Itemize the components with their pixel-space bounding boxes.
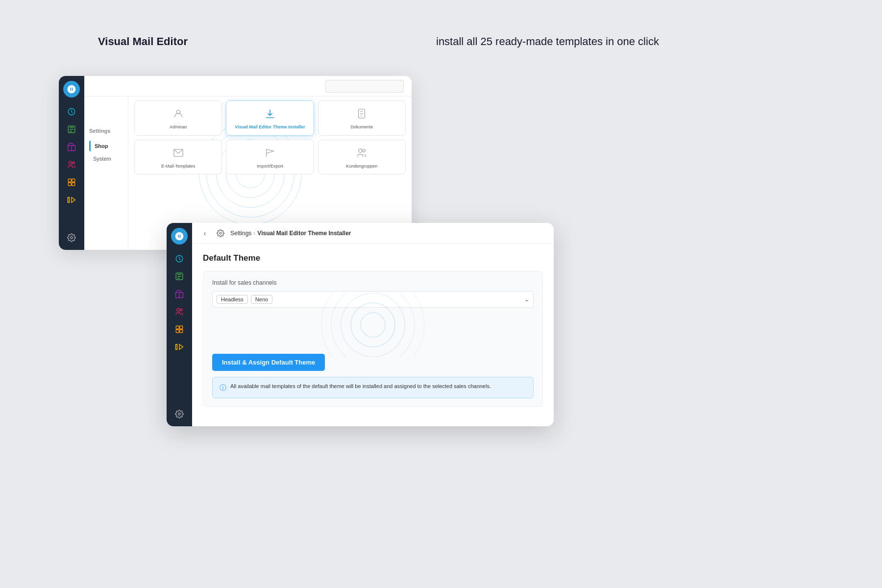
- win1-nav-content[interactable]: [64, 175, 79, 190]
- win1-nav-dashboard[interactable]: [64, 104, 79, 119]
- win2-sidebar: [167, 223, 192, 426]
- win2-logo: [171, 228, 188, 245]
- win1-card-import-label: Import/Export: [257, 164, 283, 170]
- svg-point-25: [351, 303, 395, 347]
- win2-nav-content[interactable]: [172, 322, 187, 337]
- breadcrumb-parent[interactable]: Settings: [230, 230, 251, 237]
- win1-card-adminan-label: Adminan: [170, 124, 187, 130]
- document-icon: [354, 106, 369, 122]
- win2-nav-settings[interactable]: [172, 407, 187, 421]
- win1-nav-products[interactable]: [64, 140, 79, 154]
- flag-icon: [262, 145, 278, 161]
- svg-rect-20: [176, 330, 179, 333]
- users-icon: [354, 145, 369, 161]
- win1-sidebar: [59, 76, 84, 250]
- win2-channel-headless: Headless: [217, 295, 248, 304]
- svg-point-16: [177, 308, 180, 311]
- win1-nav-orders[interactable]: [64, 122, 79, 137]
- svg-point-17: [180, 309, 183, 311]
- win1-nav-settings[interactable]: [64, 230, 79, 245]
- svg-point-23: [220, 232, 221, 234]
- win1-nav-marketing[interactable]: [64, 193, 79, 207]
- win1-card-email-label: E-Mail-Templates: [161, 164, 196, 170]
- svg-point-13: [363, 149, 366, 152]
- svg-point-22: [178, 413, 181, 416]
- win2-nav-customers[interactable]: [172, 304, 187, 319]
- settings-icon-button[interactable]: [215, 227, 226, 239]
- info-icon: ⓘ: [220, 383, 226, 393]
- win1-logo: [63, 81, 80, 98]
- win1-card-dokumente-label: Dokumente: [350, 124, 373, 130]
- win2-info-text: All available mail templates of the defa…: [230, 382, 491, 391]
- breadcrumb-current: Visual Mail Editor Theme Installer: [257, 230, 351, 237]
- win1-card-theme-installer-label: Visual Mail Editor Theme Installer: [235, 124, 305, 130]
- win2-circles-container: [212, 308, 534, 347]
- win1-search[interactable]: [325, 80, 404, 93]
- win2-main: Default Theme Install for sales channels…: [192, 244, 554, 426]
- win2-section-title: Default Theme: [203, 253, 543, 263]
- svg-point-3: [73, 162, 75, 164]
- win2-nav-dashboard[interactable]: [172, 251, 187, 266]
- win1-card-adminan[interactable]: Adminan: [134, 100, 222, 136]
- win1-card-import-export[interactable]: Import/Export: [226, 140, 314, 175]
- mail-icon: [171, 145, 186, 161]
- win2-theme-card: Install for sales channels Headless Neno…: [203, 271, 543, 407]
- svg-rect-7: [72, 183, 75, 186]
- svg-point-24: [361, 313, 385, 337]
- header-right-label: install all 25 ready-made templates in o…: [436, 35, 659, 48]
- win1-subnav-system[interactable]: System: [89, 153, 123, 164]
- win2-channel-neno: Neno: [251, 295, 272, 304]
- win2-nav-products[interactable]: [172, 287, 187, 301]
- win1-card-theme-installer[interactable]: Visual Mail Editor Theme Installer: [226, 100, 314, 136]
- svg-rect-19: [180, 326, 183, 329]
- win2-install-label: Install for sales channels: [212, 279, 534, 286]
- win2-nav-orders[interactable]: [172, 269, 187, 284]
- svg-rect-5: [72, 179, 75, 182]
- chevron-down-icon: ⌄: [524, 296, 529, 303]
- back-button[interactable]: ‹: [199, 227, 211, 239]
- win1-topbar: [84, 76, 412, 97]
- svg-rect-6: [68, 183, 71, 186]
- win1-subnav-shop[interactable]: Shop: [89, 141, 123, 151]
- win1-settings-heading: Settings: [89, 128, 123, 134]
- svg-rect-21: [180, 330, 183, 333]
- win1-grid-row-1: Adminan Visual Mail Editor Theme Install…: [134, 100, 406, 136]
- win2-topbar: ‹ Settings › Visual Mail Editor Theme In…: [192, 223, 554, 244]
- win1-subnav: Settings Shop System: [84, 97, 128, 250]
- win1-grid-row-2: E-Mail-Templates Import/Export: [134, 140, 406, 175]
- win1-card-kundengruppen[interactable]: Kundengruppen: [318, 140, 406, 175]
- svg-rect-4: [68, 179, 71, 182]
- svg-point-12: [359, 148, 362, 152]
- breadcrumb: Settings › Visual Mail Editor Theme Inst…: [230, 230, 351, 237]
- win2-nav-marketing[interactable]: [172, 340, 187, 354]
- install-assign-button[interactable]: Install & Assign Default Theme: [212, 354, 325, 371]
- win2-info-box: ⓘ All available mail templates of the de…: [212, 377, 534, 398]
- win2-concentric-circles: [299, 293, 446, 357]
- theme-installer-window: ‹ Settings › Visual Mail Editor Theme In…: [167, 223, 554, 426]
- svg-point-8: [71, 237, 73, 239]
- breadcrumb-separator: ›: [253, 230, 255, 237]
- win1-card-kundengruppen-label: Kundengruppen: [346, 164, 377, 170]
- header-left-label: Visual Mail Editor: [98, 35, 188, 48]
- download-icon: [262, 106, 278, 122]
- win1-nav-customers[interactable]: [64, 157, 79, 172]
- svg-rect-18: [176, 326, 179, 329]
- svg-point-2: [69, 161, 72, 164]
- person-icon: [171, 106, 186, 122]
- win2-content: ‹ Settings › Visual Mail Editor Theme In…: [192, 223, 554, 426]
- win1-card-dokumente[interactable]: Dokumente: [318, 100, 406, 136]
- win1-card-email-templates[interactable]: E-Mail-Templates: [134, 140, 222, 175]
